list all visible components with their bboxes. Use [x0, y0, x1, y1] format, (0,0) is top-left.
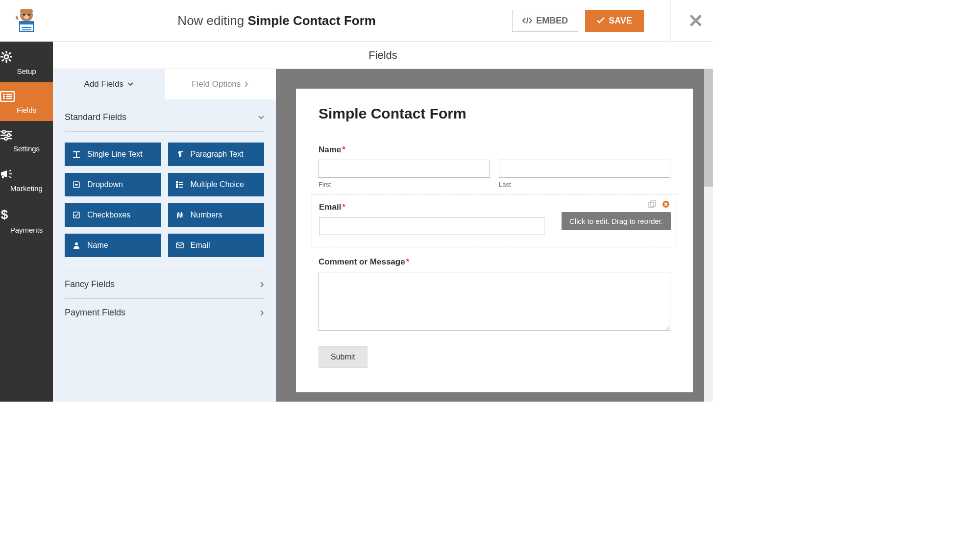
- field-numbers[interactable]: Numbers: [168, 203, 265, 227]
- required-mark: *: [342, 202, 345, 212]
- sidebar-item-settings[interactable]: Settings: [0, 121, 53, 160]
- chevron-down-icon: [258, 116, 264, 120]
- form-title: Simple Contact Form: [318, 105, 670, 122]
- svg-rect-43: [74, 212, 79, 218]
- svg-text:$: $: [1, 208, 8, 222]
- form-preview: Simple Contact Form Name* First: [296, 89, 693, 392]
- duplicate-icon[interactable]: [647, 199, 657, 209]
- embed-button[interactable]: EMBED: [512, 10, 578, 32]
- form-row-name[interactable]: Name* First Last: [318, 145, 670, 188]
- top-bar: Now editing Simple Contact Form EMBED SA…: [0, 0, 713, 42]
- section-fancy-fields[interactable]: Fancy Fields: [65, 270, 264, 299]
- scrollbar[interactable]: [704, 69, 713, 402]
- comment-label: Comment or Message*: [318, 257, 670, 267]
- section-standard-fields[interactable]: Standard Fields: [65, 108, 264, 132]
- sidebar-item-marketing[interactable]: Marketing: [0, 160, 53, 199]
- checkbox-icon: [73, 212, 80, 218]
- megaphone-icon: [0, 168, 53, 180]
- check-icon: [597, 17, 605, 24]
- chevron-down-icon: [127, 82, 133, 86]
- email-input[interactable]: [319, 217, 544, 235]
- field-single-line-text[interactable]: Single Line Text: [65, 143, 161, 166]
- first-name-input[interactable]: [318, 160, 490, 178]
- tab-add-fields[interactable]: Add Fields: [53, 69, 165, 99]
- gear-icon: [0, 50, 53, 63]
- chevron-right-icon: [245, 81, 248, 87]
- editing-prefix: Now editing: [177, 13, 244, 28]
- dollar-icon: $: [0, 208, 53, 222]
- sidebar-item-payments[interactable]: $ Payments: [0, 199, 53, 241]
- svg-point-10: [4, 55, 8, 59]
- submit-button[interactable]: Submit: [318, 346, 368, 368]
- edit-tooltip: Click to edit. Drag to reorder.: [562, 212, 671, 230]
- field-multiple-choice[interactable]: Multiple Choice: [168, 173, 265, 196]
- form-canvas[interactable]: Simple Contact Form Name* First: [276, 69, 713, 402]
- divider: [318, 132, 670, 132]
- list-icon: [176, 181, 184, 188]
- svg-rect-50: [649, 202, 654, 208]
- fields-panel: Add Fields Field Options Standard Fields: [53, 69, 276, 402]
- sidebar: Setup Fields Settings Marketing: [0, 42, 53, 402]
- field-name[interactable]: Name: [65, 234, 161, 257]
- svg-point-1: [20, 9, 25, 14]
- last-name-input[interactable]: [499, 160, 670, 178]
- sub-header: Fields: [53, 42, 713, 69]
- hash-icon: [176, 212, 184, 218]
- email-label: Email*: [319, 202, 670, 212]
- standard-fields-grid: Single Line Text Paragraph Text Dropdown: [65, 132, 264, 270]
- svg-point-39: [176, 184, 177, 186]
- svg-point-3: [23, 14, 25, 16]
- svg-point-5: [24, 15, 29, 19]
- name-label: Name*: [318, 145, 670, 155]
- svg-point-29: [7, 134, 10, 137]
- form-row-email[interactable]: Email* Click to edit. Drag to reorder.: [312, 194, 677, 247]
- svg-point-2: [28, 9, 33, 14]
- sidebar-item-fields[interactable]: Fields: [0, 82, 53, 121]
- section-payment-fields[interactable]: Payment Fields: [65, 299, 264, 327]
- svg-line-16: [9, 59, 11, 61]
- form-icon: [0, 91, 53, 102]
- app-logo: [12, 6, 41, 35]
- sliders-icon: [0, 130, 53, 141]
- svg-point-4: [28, 14, 30, 16]
- last-sublabel: Last: [499, 181, 670, 188]
- svg-line-18: [2, 59, 4, 61]
- top-actions: EMBED SAVE: [512, 0, 701, 42]
- svg-line-17: [9, 52, 11, 54]
- svg-rect-51: [651, 201, 656, 206]
- chevron-right-icon: [260, 282, 264, 287]
- field-email[interactable]: Email: [168, 234, 265, 257]
- required-mark: *: [342, 145, 345, 154]
- text-icon: [73, 151, 80, 158]
- scrollbar-thumb[interactable]: [704, 69, 713, 187]
- svg-line-15: [2, 52, 4, 54]
- svg-rect-7: [20, 22, 33, 24]
- field-checkboxes[interactable]: Checkboxes: [65, 203, 161, 227]
- user-icon: [73, 242, 80, 249]
- svg-line-44: [177, 212, 178, 218]
- mail-icon: [176, 242, 184, 248]
- comment-textarea[interactable]: [318, 272, 670, 331]
- field-dropdown[interactable]: Dropdown: [65, 173, 161, 196]
- svg-point-48: [75, 242, 78, 245]
- form-row-comment[interactable]: Comment or Message*: [318, 257, 670, 333]
- svg-point-41: [176, 187, 177, 188]
- code-icon: [522, 17, 532, 24]
- svg-point-37: [176, 182, 177, 183]
- save-button[interactable]: SAVE: [585, 10, 644, 32]
- svg-point-31: [4, 137, 7, 140]
- chevron-right-icon: [260, 310, 264, 316]
- tab-field-options[interactable]: Field Options: [165, 69, 276, 99]
- field-paragraph-text[interactable]: Paragraph Text: [168, 143, 265, 166]
- page-title: Now editing Simple Contact Form: [41, 13, 512, 28]
- paragraph-icon: [176, 151, 184, 158]
- dropdown-icon: [73, 181, 80, 188]
- close-button[interactable]: [670, 0, 701, 42]
- sidebar-item-setup[interactable]: Setup: [0, 42, 53, 82]
- form-name: Simple Contact Form: [247, 13, 375, 28]
- svg-point-27: [2, 130, 5, 133]
- required-mark: *: [406, 257, 410, 266]
- first-sublabel: First: [318, 181, 490, 188]
- svg-rect-49: [176, 243, 183, 248]
- delete-icon[interactable]: [661, 199, 671, 209]
